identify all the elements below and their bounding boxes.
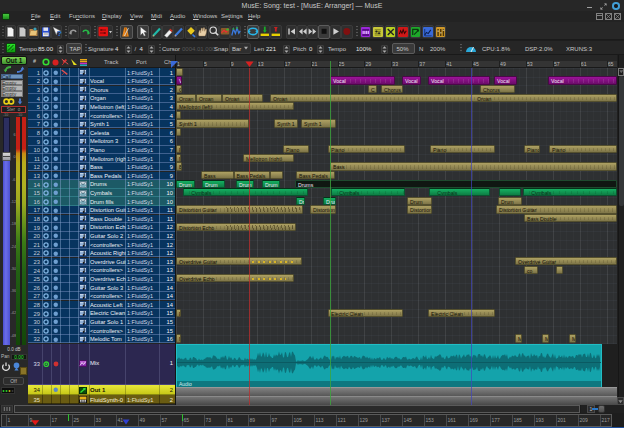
svg-text:?: ? — [57, 29, 62, 38]
